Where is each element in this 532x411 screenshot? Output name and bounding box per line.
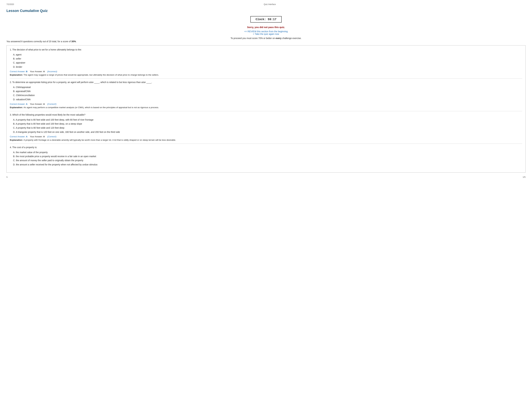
date-label: 7/2/2020 — [6, 3, 14, 6]
q1-your-label: Your Answer: — [30, 70, 43, 73]
q4-options: A. the market value of the property B. t… — [13, 150, 522, 167]
q4-text: The cost of a property is: — [12, 146, 37, 149]
question-block-3: 3. Which of the following properties wou… — [10, 113, 522, 144]
q2-result: (Correct!) — [47, 103, 57, 105]
q3-options: A. A property that is 80 feet wide and 1… — [13, 118, 522, 134]
every-bold: every — [276, 37, 282, 39]
q2-your-letter: A — [43, 103, 45, 105]
q3-correct-letter: A — [26, 135, 28, 138]
q2-number: 2. — [10, 81, 12, 84]
q2-answer-line: Correct Answer: A Your Answer: A (Correc… — [10, 103, 522, 105]
q3-opt-d: D. A triangular property that is 120 fee… — [13, 130, 522, 134]
score-bold: 30% — [71, 40, 76, 43]
q1-answer-line: Correct Answer: B Your Answer: A (Incorr… — [10, 70, 522, 73]
q1-opt-d: D. lender — [13, 65, 522, 69]
links-section: << REVIEW this section from the beginnin… — [6, 30, 526, 35]
question-block-2: 2. To determine an appropriate listing p… — [10, 81, 522, 111]
q3-your-letter: A — [43, 135, 45, 138]
page-title: Lesson Cumulative Quiz — [6, 9, 526, 13]
questions-container: 1. The decision of what price to set for… — [6, 45, 526, 173]
q4-number: 4. — [10, 146, 12, 149]
q1-exp-bold: Explanation: — [10, 74, 24, 76]
q2-opt-c: C. CMA/reconciliation — [13, 93, 522, 97]
q1-explanation: Explanation: The agent may suggest a ran… — [10, 73, 522, 76]
q1-exp-text: The agent may suggest a range of prices … — [24, 74, 159, 76]
q1-opt-c: C. appraiser — [13, 61, 522, 65]
q3-number: 3. — [10, 113, 12, 116]
score-line-2: You answered 6 questions correctly out o… — [6, 40, 526, 43]
q3-your-label: Your Answer: — [30, 135, 43, 138]
question-block-4: 4. The cost of a property is: A. the mar… — [10, 146, 522, 170]
q1-opt-b: B. seller — [13, 57, 522, 61]
question-block-1: 1. The decision of what price to set for… — [10, 48, 522, 79]
q2-opt-d: D. valuation/CMA — [13, 97, 522, 102]
q2-explanation: Explanation: An agent may perform a comp… — [10, 106, 522, 109]
q2-exp-bold: Explanation: — [10, 106, 24, 109]
q3-result: (Correct!) — [47, 135, 57, 138]
q1-your-letter: A — [43, 70, 45, 73]
q1-number: 1. — [10, 48, 12, 51]
footer-bar: h 1/5 — [6, 176, 526, 178]
q2-exp-text: An agent may perform a competitive marke… — [24, 106, 159, 109]
footer-right: 1/5 — [523, 176, 526, 178]
q2-correct-letter: A — [26, 103, 28, 105]
q2-your-label: Your Answer: — [30, 103, 43, 105]
q3-opt-a: A. A property that is 80 feet wide and 1… — [13, 118, 522, 122]
take-again-link[interactable]: < Take the quiz again now — [6, 33, 526, 35]
q4-opt-b: B. the most probable price a property wo… — [13, 154, 522, 159]
q3-answer-line: Correct Answer: A Your Answer: A (Correc… — [10, 135, 522, 138]
q4-opt-a: A. the market value of the property — [13, 150, 522, 154]
q3-correct-label: Correct Answer: — [10, 135, 26, 138]
q1-correct-letter: B — [26, 70, 28, 73]
score-line-1: To proceed you must score 70% or better … — [6, 37, 526, 39]
review-link[interactable]: << REVIEW this section from the beginnin… — [6, 30, 526, 33]
q1-options: A. agent B. seller C. appraiser D. lende… — [13, 53, 522, 69]
q1-opt-a: A. agent — [13, 53, 522, 57]
question-text-2: 2. To determine an appropriate listing p… — [10, 81, 522, 84]
center-title: Quiz Interface — [264, 3, 276, 6]
clock-section: Clock: 59:17 — [6, 16, 526, 24]
q3-exp-text: A property with frontage on a desirable … — [24, 139, 176, 141]
question-text-4: 4. The cost of a property is: — [10, 146, 522, 149]
sorry-section: Sorry, you did not pass this quiz. — [6, 26, 526, 28]
q4-opt-c: C. the amount of money the seller paid t… — [13, 159, 522, 162]
q3-opt-c: C. A property that is 80 feet wide and 1… — [13, 126, 522, 130]
clock-box: Clock: 59:17 — [250, 16, 282, 23]
q2-text: To determine an appropriate listing pric… — [12, 81, 152, 84]
question-text-1: 1. The decision of what price to set for… — [10, 48, 522, 51]
q1-result: (Incorrect) — [47, 70, 57, 73]
q3-exp-bold: Explanation: — [10, 139, 24, 141]
sorry-text: Sorry, you did not pass this quiz. — [6, 26, 526, 28]
q3-explanation: Explanation: A property with frontage on… — [10, 139, 522, 142]
top-bar: 7/2/2020 Quiz Interface — [6, 3, 526, 6]
q2-opt-b: B. appraisal/CMA — [13, 89, 522, 93]
question-text-3: 3. Which of the following properties wou… — [10, 113, 522, 117]
q2-options: A. CMA/appraisal B. appraisal/CMA C. CMA… — [13, 85, 522, 102]
q3-opt-b: B. A property that is 80 feet wide and 1… — [13, 122, 522, 126]
footer-left: h — [6, 176, 8, 178]
q2-correct-label: Correct Answer: — [10, 103, 26, 105]
q1-text: The decision of what price to set for a … — [12, 48, 82, 51]
q1-correct-label: Correct Answer: — [10, 70, 26, 73]
q4-opt-d: D. the amount a seller received for the … — [13, 163, 522, 167]
q3-text: Which of the following properties would … — [12, 113, 86, 116]
q2-opt-a: A. CMA/appraisal — [13, 85, 522, 89]
